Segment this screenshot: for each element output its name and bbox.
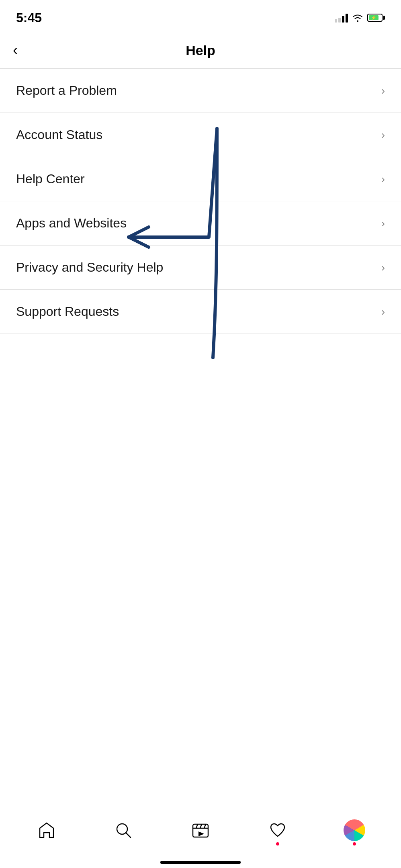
menu-item-support-requests[interactable]: Support Requests › [0, 290, 401, 334]
chevron-right-icon: › [381, 305, 385, 318]
chevron-right-icon: › [381, 261, 385, 274]
status-time: 5:45 [16, 10, 42, 25]
menu-item-label: Account Status [16, 127, 102, 142]
chevron-right-icon: › [381, 84, 385, 97]
menu-item-label: Support Requests [16, 304, 119, 319]
activity-notification-dot [276, 842, 279, 845]
back-button[interactable]: ‹ [13, 42, 18, 59]
status-icons: ⚡ [335, 13, 385, 23]
home-icon [35, 819, 58, 841]
nav-item-reels[interactable] [181, 815, 220, 845]
menu-item-label: Apps and Websites [16, 216, 127, 231]
nav-item-activity[interactable] [258, 815, 297, 845]
heart-icon [266, 819, 289, 841]
search-icon [112, 819, 135, 841]
svg-line-5 [200, 824, 202, 828]
menu-item-label: Report a Problem [16, 83, 117, 98]
menu-item-label: Help Center [16, 172, 85, 186]
svg-line-4 [196, 824, 198, 828]
chevron-right-icon: › [381, 173, 385, 186]
chevron-right-icon: › [381, 129, 385, 141]
home-indicator [160, 861, 241, 864]
page-header: ‹ Help [0, 32, 401, 68]
menu-list: Report a Problem › Account Status › Help… [0, 69, 401, 334]
nav-item-search[interactable] [104, 815, 143, 845]
chevron-right-icon: › [381, 217, 385, 230]
menu-item-privacy-security[interactable]: Privacy and Security Help › [0, 246, 401, 290]
menu-item-report-problem[interactable]: Report a Problem › [0, 69, 401, 113]
profile-avatar-icon [343, 819, 366, 841]
menu-item-help-center[interactable]: Help Center › [0, 157, 401, 201]
wifi-icon [352, 13, 363, 22]
menu-item-account-status[interactable]: Account Status › [0, 113, 401, 157]
svg-marker-7 [198, 831, 204, 836]
battery-icon: ⚡ [367, 14, 385, 22]
status-bar: 5:45 ⚡ [0, 0, 401, 32]
reels-icon [189, 819, 212, 841]
bottom-navigation [0, 804, 401, 868]
svg-line-1 [126, 833, 131, 837]
signal-icon [335, 13, 348, 23]
nav-item-profile[interactable] [335, 815, 374, 845]
svg-line-6 [204, 824, 206, 828]
page-title: Help [186, 43, 215, 58]
menu-item-apps-websites[interactable]: Apps and Websites › [0, 201, 401, 246]
profile-notification-dot [353, 842, 356, 845]
nav-item-home[interactable] [27, 815, 66, 845]
menu-item-label: Privacy and Security Help [16, 260, 163, 275]
